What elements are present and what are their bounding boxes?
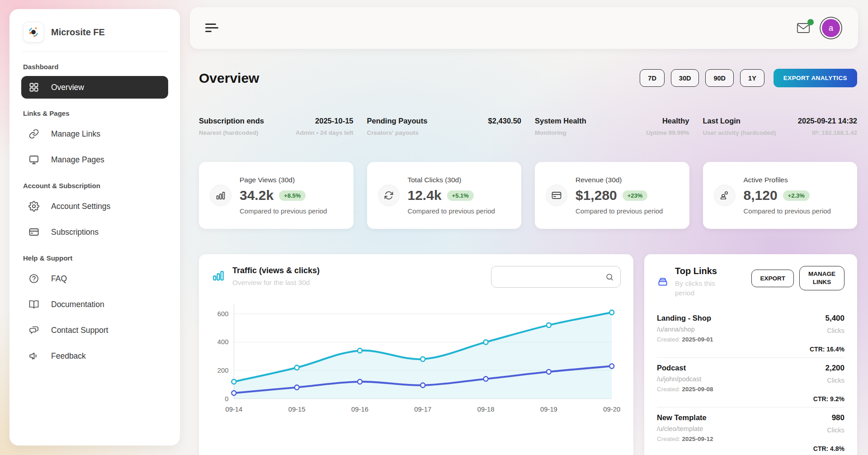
svg-text:200: 200 [217,366,229,374]
status-value: 2025-09-21 14:32 [798,117,857,125]
traffic-panel: Traffic (views & clicks) Overview for th… [199,254,633,455]
credit-card-icon [551,190,562,201]
link-clicks: 5,400 [825,314,844,323]
export-button[interactable]: EXPORT [751,270,794,287]
stat-title: Page Views (30d) [240,176,343,184]
stat-note: Compared to previous period [744,207,847,215]
messages-button[interactable] [797,22,810,34]
svg-text:09-18: 09-18 [477,405,495,413]
top-links-list: Landing - Shop /u/anna/shop Created: 202… [657,308,844,455]
link-clicks-unit: Clicks [825,377,844,384]
manage-links-button[interactable]: MANAGE LINKS [799,266,844,290]
range-button-90d[interactable]: 90D [705,69,734,87]
nav-section-dashboard: Dashboard [23,63,166,71]
svg-text:0: 0 [225,394,228,402]
nav-section-links-pages: Links & Pages [23,109,166,117]
status-last-login: Last Login User activity (hardcoded) 202… [703,117,858,136]
bar-chart-icon [215,190,226,201]
stat-note: Compared to previous period [576,207,679,215]
export-analytics-button[interactable]: EXPORT ANALYTICS [774,69,857,87]
stat-delta-badge: +23% [623,190,648,201]
link-path: /u/john/podcast [657,375,713,383]
sidebar: Microsite FE Dashboard Overview Links & … [9,9,180,446]
stat-value: $1,280 [576,188,617,203]
bar-chart-icon [212,268,225,283]
sidebar-item-label: FAQ [51,274,67,284]
sidebar-item-manage-pages[interactable]: Manage Pages [21,148,168,171]
app-logo-row: Microsite FE [21,20,168,52]
stat-delta-badge: +5.1% [447,190,474,201]
sidebar-item-label: Contact Support [51,326,108,335]
sidebar-item-label: Account Settings [51,202,110,211]
status-label: System Health [535,117,586,125]
status-subvalue: Admin • 24 days left [296,129,354,136]
credit-card-icon [28,227,39,237]
svg-text:09-14: 09-14 [225,405,242,413]
link-name: Landing - Shop [657,314,713,322]
sidebar-item-label: Overview [51,83,84,92]
grid-icon [28,82,39,93]
status-sublabel: Nearest (hardcoded) [199,129,264,136]
avatar[interactable]: a [822,19,840,37]
book-icon [28,299,39,310]
nav-section-account: Account & Subscription [23,182,166,190]
sidebar-item-faq[interactable]: FAQ [21,267,168,290]
sidebar-item-overview[interactable]: Overview [21,76,168,99]
stat-note: Compared to previous period [240,207,343,215]
link-clicks-unit: Clicks [825,327,844,334]
link-created: Created: 2025-09-01 [657,336,713,343]
stat-note: Compared to previous period [408,207,511,215]
megaphone-icon [28,351,39,361]
sidebar-item-label: Subscriptions [51,228,99,237]
stat-delta-badge: +8.5% [279,190,306,201]
svg-text:09-20: 09-20 [603,405,620,413]
status-subscription: Subscription ends Nearest (hardcoded) 20… [199,117,354,136]
link-path: /u/anna/shop [657,326,713,333]
range-button-7d[interactable]: 7D [640,69,665,87]
status-sublabel: Creators' payouts [367,129,428,136]
stat-value: 34.2k [240,188,274,203]
refresh-icon [383,190,394,201]
svg-text:09-16: 09-16 [351,405,368,413]
link-path: /u/cleo/template [657,425,713,432]
stack-icon [657,276,669,288]
top-link-row[interactable]: Podcast /u/john/podcast Created: 2025-09… [657,358,844,408]
sidebar-item-feedback[interactable]: Feedback [21,345,168,367]
menu-icon[interactable] [205,23,219,33]
status-value: Healthy [646,117,689,125]
link-created: Created: 2025-09-08 [657,386,713,393]
status-subvalue: IP: 192.168.1.42 [798,129,857,136]
top-link-row[interactable]: New Template /u/cleo/template Created: 2… [657,408,844,455]
svg-text:600: 600 [217,310,229,318]
app-logo-icon [23,22,44,43]
sidebar-item-subscriptions[interactable]: Subscriptions [21,221,168,243]
status-system-health: System Health Monitoring Healthy Uptime … [535,117,689,136]
status-value: 2025-10-15 [296,117,354,125]
chat-bubbles-icon [28,325,39,336]
svg-text:09-17: 09-17 [414,405,431,413]
stat-value: 12.4k [408,188,442,203]
top-links-subtitle: By clicks this period [675,279,725,298]
svg-text:09-15: 09-15 [288,405,306,413]
status-strip: Subscription ends Nearest (hardcoded) 20… [199,117,857,136]
stat-card-total-clicks: Total Clicks (30d) 12.4k +5.1% Compared … [367,162,522,229]
traffic-line-chart: 020040060009-1409-1509-1609-1709-1809-19… [212,299,621,415]
status-subvalue: Uptime 99.99% [646,129,689,136]
search-input[interactable] [498,273,605,281]
search-icon[interactable] [605,273,614,281]
status-sublabel: Monitoring [535,129,586,136]
sidebar-item-documentation[interactable]: Documentation [21,293,168,316]
sidebar-item-manage-links[interactable]: Manage Links [21,123,168,145]
status-sublabel: User activity (hardcoded) [703,129,776,136]
sidebar-item-contact-support[interactable]: Contact Support [21,319,168,341]
nav-section-help: Help & Support [23,254,166,262]
sidebar-item-label: Manage Links [51,129,100,139]
range-button-30d[interactable]: 30D [671,69,699,87]
top-link-row[interactable]: Landing - Shop /u/anna/shop Created: 202… [657,308,844,358]
sidebar-item-label: Feedback [51,351,86,361]
link-clicks-unit: Clicks [827,427,844,434]
traffic-search [491,266,621,288]
sidebar-item-label: Documentation [51,300,104,309]
range-button-1y[interactable]: 1Y [740,69,764,87]
sidebar-item-account-settings[interactable]: Account Settings [21,195,168,218]
